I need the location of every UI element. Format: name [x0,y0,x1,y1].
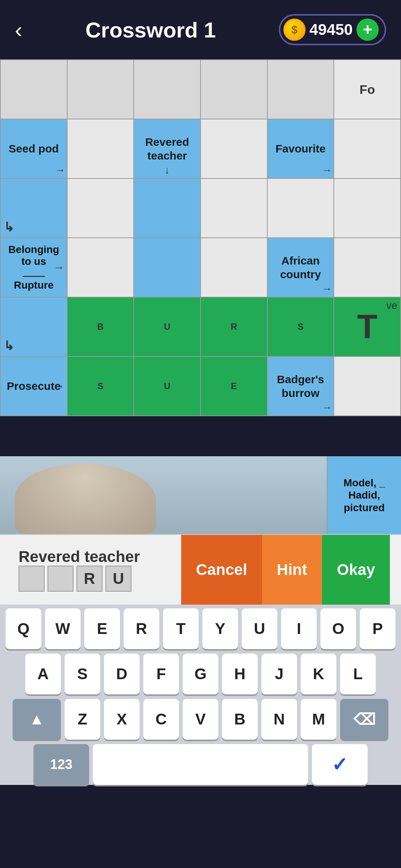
answer-box-4[interactable]: U [105,566,131,592]
key-q[interactable]: Q [6,608,41,649]
grid-cell [200,60,267,119]
coins-amount: 49450 [309,21,353,39]
add-coins-button[interactable]: + [356,19,379,41]
grid-cell-letter[interactable]: U [134,356,200,416]
key-f[interactable]: F [143,654,179,694]
grid-row: Belonging to us Rupture → African countr… [0,238,401,297]
keyboard-row-4: 123 ✓ [3,744,398,785]
key-c[interactable]: C [143,699,179,740]
key-h[interactable]: H [222,654,258,694]
back-button[interactable]: ‹ [15,17,22,43]
answer-boxes: R U [19,566,166,592]
shift-key[interactable]: ▲ [13,699,61,740]
key-z[interactable]: Z [65,699,100,740]
keyboard-row-1: Q W E R T Y U I O P [3,608,398,649]
key-r[interactable]: R [124,608,159,649]
grid-cell [67,60,134,119]
coins-badge: $ 49450 + [279,14,386,45]
key-b[interactable]: B [222,699,258,740]
image-row: Model, _ Hadid, pictured [0,456,401,534]
grid-cell[interactable] [200,178,267,238]
key-m[interactable]: M [301,699,336,740]
grid-row: Prosecute → S U E Badger's burrow [0,356,401,416]
grid-cell [134,60,200,119]
grid-cell[interactable]: Fo [334,60,401,119]
key-g[interactable]: G [183,654,218,694]
grid-cell [267,60,334,119]
grid-cell[interactable] [267,178,334,238]
coin-icon: $ [283,19,306,41]
key-u[interactable]: U [242,608,277,649]
grid-cell[interactable] [67,119,134,178]
key-t[interactable]: T [163,608,199,649]
clue-action-buttons: Cancel Hint Okay [181,535,390,605]
grid-cell-letter[interactable]: B [67,297,134,356]
key-y[interactable]: Y [202,608,238,649]
grid-cell[interactable] [200,238,267,297]
key-p[interactable]: P [360,608,395,649]
clue-bar: Revered teacher R U Cancel Hint Okay [0,534,401,605]
key-v[interactable]: V [183,699,218,740]
clue-bar-left: Revered teacher R U [11,544,174,595]
grid-cell-clue[interactable]: Seed pod [0,119,67,178]
key-d[interactable]: D [104,654,140,694]
grid-cell-clue[interactable]: Revered teacher [134,119,200,178]
key-i[interactable]: I [281,608,317,649]
grid-cell-clue[interactable]: Belonging to us Rupture → [0,238,67,297]
grid-row: Fo [0,60,401,119]
grid-cell[interactable] [67,178,134,238]
hint-button[interactable]: Hint [262,535,322,605]
grid-cell[interactable] [200,119,267,178]
key-x[interactable]: X [104,699,140,740]
grid-cell-clue[interactable]: African country [267,238,334,297]
grid-cell-clue[interactable]: Badger's burrow [267,356,334,416]
grid-cell[interactable] [334,356,401,416]
grid-cell-letter[interactable]: U [134,297,200,356]
top-bar: ‹ Crossword 1 $ 49450 + [0,0,401,59]
crossword-grid: Fo Seed pod Revered teacher Favourite ↳ [0,59,401,456]
cancel-button[interactable]: Cancel [181,535,262,605]
grid-cell[interactable] [334,119,401,178]
grid-cell[interactable] [334,238,401,297]
clue-label: Revered teacher [19,548,166,566]
key-a[interactable]: A [25,654,61,694]
delete-key[interactable]: ⌫ [340,699,388,740]
key-s[interactable]: S [65,654,100,694]
confirm-key[interactable]: ✓ [312,744,368,785]
grid-cell[interactable]: ↳ [0,297,67,356]
keyboard-row-3: ▲ Z X C V B N M ⌫ [3,699,398,740]
answer-box-3[interactable]: R [76,566,102,592]
page-title: Crossword 1 [85,17,216,42]
grid-cell[interactable]: ↳ [0,178,67,238]
key-k[interactable]: K [301,654,336,694]
grid-cell-clue[interactable]: Model, _ Hadid, pictured [327,456,401,534]
grid-row: ↳ B U R S T ve [0,297,401,356]
grid-cell-clue[interactable]: Favourite [267,119,334,178]
grid-cell-clue[interactable]: Prosecute → [0,356,67,416]
grid-cell[interactable] [134,178,200,238]
key-n[interactable]: N [261,699,297,740]
grid-cell-letter[interactable]: S [267,297,334,356]
grid-cell [0,60,67,119]
key-o[interactable]: O [320,608,356,649]
grid-cell-letter[interactable]: R [200,297,267,356]
grid-cell-letter[interactable]: S [67,356,134,416]
space-key[interactable] [93,744,308,785]
key-w[interactable]: W [45,608,81,649]
answer-box-1[interactable] [19,566,45,592]
grid-cell[interactable] [67,238,134,297]
grid-row: Seed pod Revered teacher Favourite [0,119,401,178]
grid-cell-letter[interactable]: E [200,356,267,416]
grid-cell[interactable] [334,178,401,238]
answer-box-2[interactable] [48,566,74,592]
grid-cell[interactable] [134,238,200,297]
grid-cell-letter[interactable]: T ve [334,297,401,356]
key-j[interactable]: J [261,654,297,694]
okay-button[interactable]: Okay [322,535,390,605]
key-l[interactable]: L [340,654,376,694]
key-e[interactable]: E [84,608,120,649]
grid-row: ↳ [0,178,401,238]
keyboard: Q W E R T Y U I O P A S D F G H J K L ▲ … [0,605,401,785]
grid-table: Fo Seed pod Revered teacher Favourite ↳ [0,59,401,416]
numbers-key[interactable]: 123 [33,744,89,785]
